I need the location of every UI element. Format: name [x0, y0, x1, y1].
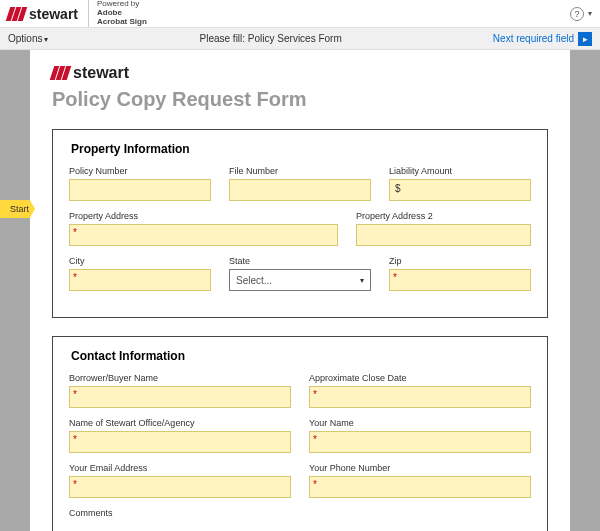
close-date-input[interactable] — [309, 386, 531, 408]
start-flag-button[interactable]: Start — [0, 200, 35, 218]
powered-by: Powered by Adobe Acrobat Sign — [88, 0, 147, 26]
phone-input[interactable] — [309, 476, 531, 498]
file-number-input[interactable] — [229, 179, 371, 201]
top-header: stewart Powered by Adobe Acrobat Sign ? … — [0, 0, 600, 28]
brand-logo: stewart — [8, 6, 78, 22]
liability-amount-input[interactable]: $ — [389, 179, 531, 201]
doc-name-label: Please fill: Policy Services Form — [48, 33, 492, 44]
field-label: Policy Number — [69, 166, 211, 176]
field-label: Liability Amount — [389, 166, 531, 176]
next-required-field-button[interactable]: Next required field ▸ — [493, 32, 592, 46]
property-address-input[interactable] — [69, 224, 338, 246]
stewart-slash-icon — [8, 7, 25, 21]
agency-name-input[interactable] — [69, 431, 291, 453]
field-label: Property Address — [69, 211, 338, 221]
borrower-name-input[interactable] — [69, 386, 291, 408]
section-contact-info: Contact Information Borrower/Buyer Name … — [52, 336, 548, 531]
powered-label: Powered by — [97, 0, 139, 8]
chevron-down-icon: ▾ — [360, 276, 364, 285]
state-select[interactable]: Select... ▾ — [229, 269, 371, 291]
property-address-2-input[interactable] — [356, 224, 531, 246]
field-label: Your Email Address — [69, 463, 291, 473]
help-icon[interactable]: ? — [570, 7, 584, 21]
stewart-slash-icon — [52, 66, 69, 80]
field-label: State — [229, 256, 371, 266]
document-page: stewart Policy Copy Request Form Propert… — [30, 50, 570, 531]
app-viewport: stewart Powered by Adobe Acrobat Sign ? … — [0, 0, 600, 531]
info-bar: Options▾ Please fill: Policy Services Fo… — [0, 28, 600, 50]
field-label: File Number — [229, 166, 371, 176]
section-property-info: Property Information Policy Number File … — [52, 129, 548, 318]
field-label: Your Name — [309, 418, 531, 428]
field-label: Zip — [389, 256, 531, 266]
field-label: Name of Stewart Office/Agency — [69, 418, 291, 428]
doc-brand-name: stewart — [73, 64, 129, 82]
options-label: Options — [8, 33, 42, 44]
your-name-input[interactable] — [309, 431, 531, 453]
zip-input[interactable] — [389, 269, 531, 291]
email-input[interactable] — [69, 476, 291, 498]
field-label: Borrower/Buyer Name — [69, 373, 291, 383]
header-right: ? ▾ — [570, 7, 592, 21]
doc-brand-logo: stewart — [52, 64, 548, 82]
city-input[interactable] — [69, 269, 211, 291]
field-label: City — [69, 256, 211, 266]
field-label: Your Phone Number — [309, 463, 531, 473]
state-select-value: Select... — [236, 275, 272, 286]
section-heading: Contact Information — [69, 349, 531, 363]
powered-name-2: Acrobat Sign — [97, 18, 147, 27]
options-menu[interactable]: Options▾ — [8, 33, 48, 44]
arrow-right-icon: ▸ — [578, 32, 592, 46]
section-heading: Property Information — [69, 142, 531, 156]
chevron-down-icon[interactable]: ▾ — [588, 9, 592, 18]
document-area: Start stewart Policy Copy Request Form P… — [0, 50, 600, 531]
page-title: Policy Copy Request Form — [52, 88, 548, 111]
field-label: Comments — [69, 508, 531, 518]
next-required-label: Next required field — [493, 33, 574, 44]
policy-number-input[interactable] — [69, 179, 211, 201]
brand-name: stewart — [29, 6, 78, 22]
field-label: Property Address 2 — [356, 211, 531, 221]
field-label: Approximate Close Date — [309, 373, 531, 383]
